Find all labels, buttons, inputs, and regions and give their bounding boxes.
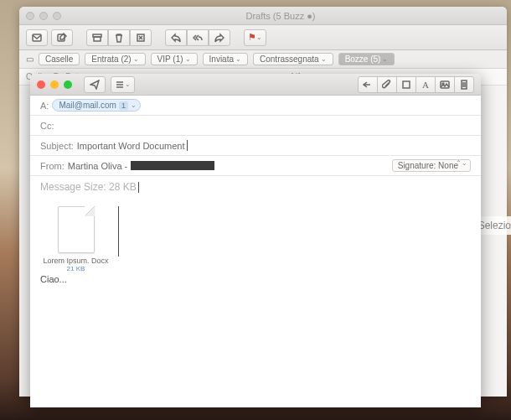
- main-toolbar: ⚑ ⌄: [19, 25, 507, 50]
- tab-vip[interactable]: VIP (1) ⌄: [151, 53, 198, 65]
- flag-icon: ⚑: [248, 32, 256, 43]
- from-row: From: Martina Oliva - Signature: None: [30, 156, 481, 176]
- chevron-down-icon: ⌄: [125, 80, 131, 88]
- compose-traffic-lights: [37, 80, 72, 89]
- markup-button[interactable]: [454, 76, 474, 93]
- format-icon: [401, 80, 411, 90]
- from-label: From:: [40, 161, 65, 171]
- reply-icon: [171, 33, 181, 43]
- message-size-row: Message Size: 28 KB: [30, 176, 481, 198]
- signature-select[interactable]: Signature: None: [392, 159, 471, 172]
- minimize-button[interactable]: [50, 80, 59, 89]
- to-count-badge: 1: [119, 101, 128, 110]
- message-size-label: Message Size:: [40, 181, 106, 193]
- main-titlebar: Drafts (5 Buzz ●): [19, 7, 507, 25]
- compose-icon: [57, 33, 67, 43]
- main-window-title: Drafts (5 Buzz ●): [61, 11, 500, 21]
- photo-button[interactable]: [435, 76, 455, 93]
- favorites-bar: ▭ Caselle Entrata (2) ⌄ VIP (1) ⌄ Inviat…: [19, 50, 507, 69]
- tab-bozze[interactable]: Bozze (5) ⌄: [338, 53, 395, 65]
- word-document-icon: [58, 206, 95, 253]
- chevron-down-icon: ⌄: [185, 55, 191, 63]
- cc-label: Cc:: [40, 121, 54, 131]
- send-button[interactable]: [84, 76, 106, 93]
- paper-plane-icon: [90, 80, 100, 90]
- reply-type-button[interactable]: [358, 76, 378, 93]
- get-mail-button[interactable]: [26, 29, 48, 46]
- junk-icon: [136, 33, 146, 43]
- signature-label: Signature:: [398, 161, 436, 170]
- sidebar-toggle-icon[interactable]: ▭: [26, 54, 34, 64]
- main-traffic-lights: [26, 12, 61, 20]
- compose-titlebar: ⌄ A: [30, 74, 481, 96]
- attachment-size: 21 KB: [40, 265, 111, 272]
- to-row[interactable]: A: Mail@mail.com 1 ⌄: [30, 96, 481, 116]
- forward-icon: [214, 33, 225, 43]
- to-recipient-token[interactable]: Mail@mail.com 1 ⌄: [52, 99, 141, 111]
- photo-icon: [440, 80, 450, 90]
- tab-inviata[interactable]: Inviata ⌄: [203, 53, 248, 65]
- reply-button[interactable]: [165, 29, 187, 46]
- svg-rect-0: [33, 34, 41, 41]
- compose-button[interactable]: [51, 29, 73, 46]
- close-button-dim[interactable]: [26, 12, 34, 20]
- attachment[interactable]: Lorem Ipsum. Docx 21 KB: [40, 206, 111, 272]
- chevron-down-icon: ⌄: [321, 55, 327, 63]
- archive-button[interactable]: [86, 29, 108, 46]
- chevron-down-icon: ⌄: [133, 55, 139, 63]
- attach-button[interactable]: [377, 76, 397, 93]
- text-cursor: [138, 182, 139, 193]
- to-label: A:: [40, 101, 49, 111]
- close-button[interactable]: [37, 80, 45, 89]
- font-a-icon: A: [422, 80, 429, 90]
- header-fields-button[interactable]: ⌄: [111, 76, 135, 93]
- junk-button[interactable]: [130, 29, 152, 46]
- attachment-name: Lorem Ipsum. Docx: [40, 257, 111, 265]
- cc-row[interactable]: Cc:: [30, 116, 481, 136]
- trash-icon: [114, 33, 124, 43]
- zoom-button-dim[interactable]: [53, 12, 61, 20]
- format-button[interactable]: [396, 76, 416, 93]
- reply-arrow-icon: [363, 80, 373, 90]
- text-cursor: [187, 140, 188, 151]
- delete-button[interactable]: [108, 29, 130, 46]
- subject-label: Subject:: [40, 141, 74, 151]
- from-name: Martina Oliva -: [68, 161, 128, 171]
- zoom-button[interactable]: [64, 80, 72, 89]
- flag-button[interactable]: ⚑ ⌄: [244, 29, 266, 46]
- chevron-down-icon[interactable]: ⌄: [131, 101, 137, 109]
- subject-row[interactable]: Subject: Important Word Document: [30, 136, 481, 156]
- to-recipient-text: Mail@mail.com: [59, 101, 116, 110]
- font-button[interactable]: A: [416, 76, 436, 93]
- svg-rect-5: [403, 81, 410, 88]
- chevron-down-icon: ⌄: [382, 55, 388, 63]
- chevron-down-icon: ⌄: [256, 34, 262, 41]
- envelope-icon: [32, 33, 42, 43]
- body-text[interactable]: Ciao...: [40, 274, 67, 284]
- message-size-value: 28 KB: [109, 181, 137, 193]
- chevron-down-icon: ⌄: [235, 55, 241, 63]
- signature-value: None: [438, 161, 458, 170]
- reply-all-button[interactable]: [187, 29, 209, 46]
- subject-value[interactable]: Important Word Document: [77, 141, 185, 151]
- archive-icon: [92, 33, 102, 43]
- compose-window: ⌄ A A: Mail@mail.com 1 ⌄ Cc: Subject: Im…: [30, 74, 481, 407]
- tab-entrata[interactable]: Entrata (2) ⌄: [85, 53, 145, 65]
- svg-rect-3: [94, 37, 101, 41]
- tab-contrassegnata[interactable]: Contrassegnata ⌄: [253, 53, 333, 65]
- forward-button[interactable]: [209, 29, 230, 46]
- message-body[interactable]: Lorem Ipsum. Docx 21 KB Ciao...: [30, 198, 481, 293]
- minimize-button-dim[interactable]: [39, 12, 48, 20]
- list-icon: [115, 80, 125, 90]
- body-cursor: [118, 206, 119, 257]
- document-icon: [459, 80, 469, 90]
- tab-caselle[interactable]: Caselle: [39, 53, 80, 65]
- reply-all-icon: [193, 33, 203, 43]
- paperclip-icon: [382, 80, 392, 90]
- from-email-redacted: [131, 161, 214, 170]
